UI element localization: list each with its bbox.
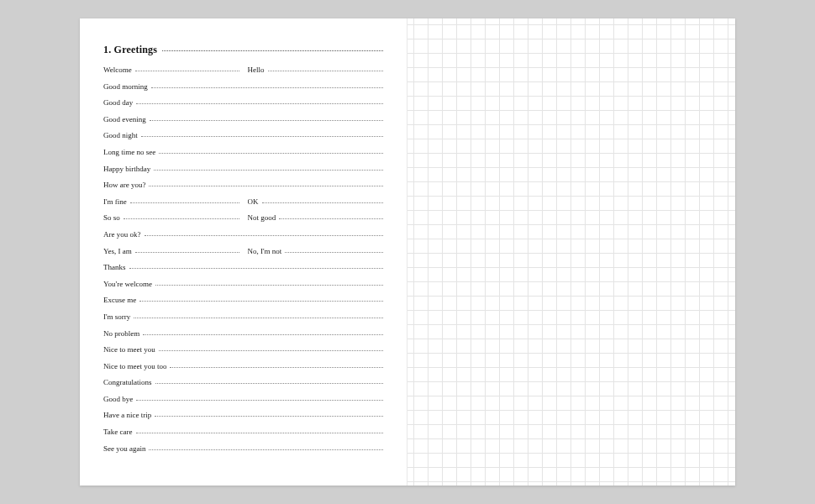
phrase-row: I'm sorry: [103, 312, 383, 329]
phrase-cell: Nice to meet you too: [103, 362, 383, 370]
phrase-row: Nice to meet you: [103, 345, 383, 362]
phrase-row: No problem: [103, 329, 383, 346]
dotted-rule: [150, 120, 383, 121]
phrase-label: Congratulations: [103, 378, 155, 386]
phrase-cell: How are you?: [103, 181, 383, 189]
phrase-row: Thanks: [103, 263, 383, 280]
dotted-rule: [170, 367, 383, 368]
dotted-rule: [129, 268, 384, 269]
phrase-label: Welcome: [103, 66, 135, 74]
phrase-cell: You're welcome: [103, 280, 383, 288]
phrase-label: Hello: [248, 66, 268, 74]
dotted-rule: [143, 334, 383, 335]
dotted-rule: [134, 318, 383, 318]
section-title: 1. Greetings: [103, 44, 157, 56]
phrase-cell: Good night: [103, 131, 383, 139]
phrase-row: Happy birthday: [103, 165, 383, 181]
phrase-cell: Are you ok?: [103, 230, 383, 239]
phrase-row: Good night: [103, 131, 383, 148]
phrase-label: Not good: [248, 213, 280, 222]
phrase-cell: I'm sorry: [103, 312, 383, 321]
phrase-label: Good evening: [103, 115, 150, 123]
phrase-cell: Hello: [248, 66, 384, 74]
phrase-cell: Good day: [103, 98, 383, 107]
phrase-cell: Welcome: [103, 66, 239, 74]
phrase-label: You're welcome: [103, 280, 155, 288]
dotted-rule: [136, 103, 383, 104]
left-page: 1. Greetings WelcomeHelloGood morningGoo…: [80, 18, 408, 486]
phrase-cell: So so: [103, 213, 239, 222]
phrase-cell: Yes, I am: [103, 247, 239, 255]
phrase-cell: Nice to meet you: [103, 345, 383, 354]
dotted-rule: [159, 350, 383, 351]
dotted-rule: [162, 50, 383, 51]
dotted-rule: [151, 87, 383, 88]
phrase-row: Yes, I amNo, I'm not: [103, 247, 383, 264]
dotted-rule: [141, 136, 383, 137]
phrase-label: Good day: [103, 98, 136, 107]
dotted-rule: [124, 218, 239, 219]
phrase-row: Excuse me: [103, 296, 383, 312]
dotted-rule: [159, 153, 383, 154]
phrase-cell: Good evening: [103, 115, 383, 123]
phrase-cell: Not good: [248, 213, 384, 222]
phrase-label: Take care: [103, 428, 136, 436]
phrase-row: How are you?: [103, 181, 383, 197]
phrase-label: Nice to meet you too: [103, 362, 170, 370]
phrase-row: Good bye: [103, 395, 383, 412]
dotted-rule: [149, 449, 383, 450]
phrase-row: WelcomeHello: [103, 66, 383, 82]
phrase-row: Are you ok?: [103, 230, 383, 247]
dotted-rule: [139, 301, 383, 302]
dotted-rule: [268, 71, 384, 71]
phrase-row: Have a nice trip: [103, 411, 383, 428]
dotted-rule: [136, 433, 383, 433]
phrase-row: Nice to meet you too: [103, 362, 383, 379]
phrase-label: Good bye: [103, 395, 136, 403]
phrase-cell: No, I'm not: [248, 247, 384, 255]
dotted-rule: [136, 400, 383, 401]
dotted-rule: [145, 235, 384, 236]
phrase-row: I'm fineOK: [103, 197, 383, 214]
phrase-cell: Happy birthday: [103, 165, 383, 173]
phrase-label: Nice to meet you: [103, 345, 159, 354]
dotted-rule: [262, 202, 384, 203]
phrase-label: How are you?: [103, 181, 149, 189]
phrase-cell: Have a nice trip: [103, 411, 383, 419]
phrase-row: So soNot good: [103, 213, 383, 230]
phrase-cell: I'm fine: [103, 197, 239, 206]
phrase-cell: Congratulations: [103, 378, 383, 386]
phrase-cell: No problem: [103, 329, 383, 338]
phrase-cell: Good bye: [103, 395, 383, 403]
dotted-rule: [135, 71, 239, 71]
dotted-rule: [130, 202, 239, 203]
phrase-cell: Thanks: [103, 263, 383, 271]
phrase-cell: Long time no see: [103, 148, 383, 156]
phrase-label: See you again: [103, 444, 149, 453]
dotted-rule: [155, 416, 383, 417]
phrase-row: Long time no see: [103, 148, 383, 165]
phrase-label: OK: [248, 197, 262, 206]
dotted-rule: [149, 186, 383, 186]
phrase-row: Congratulations: [103, 378, 383, 395]
phrase-label: I'm fine: [103, 197, 130, 206]
dotted-rule: [154, 170, 383, 171]
phrase-cell: See you again: [103, 444, 383, 453]
notebook-spread: 1. Greetings WelcomeHelloGood morningGoo…: [80, 18, 735, 486]
phrase-row: Good day: [103, 98, 383, 115]
phrase-label: Are you ok?: [103, 230, 145, 239]
phrase-row: Good morning: [103, 82, 383, 99]
dotted-rule: [279, 218, 383, 219]
phrase-label: Thanks: [103, 263, 129, 271]
phrase-label: No problem: [103, 329, 143, 338]
section-number: 1.: [103, 44, 111, 55]
phrase-label: Yes, I am: [103, 247, 135, 255]
phrase-label: I'm sorry: [103, 312, 134, 321]
section-name: Greetings: [114, 44, 158, 55]
phrase-label: No, I'm not: [248, 247, 286, 255]
phrase-label: Long time no see: [103, 148, 159, 156]
dotted-rule: [155, 285, 383, 286]
dotted-rule: [135, 252, 239, 253]
right-page-grid: [408, 18, 735, 486]
phrase-row: Good evening: [103, 115, 383, 132]
